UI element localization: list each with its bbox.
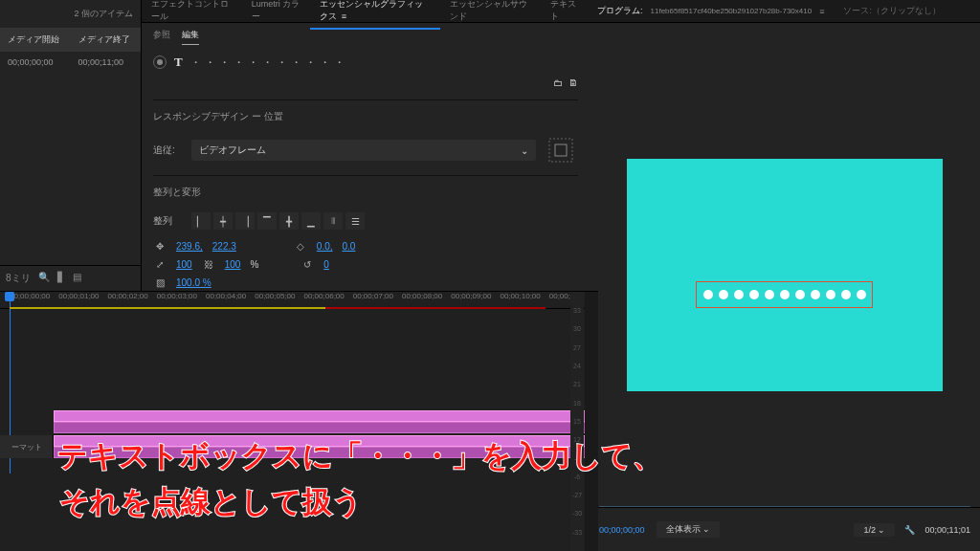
resolution-dropdown[interactable]: 1/2 ⌄ bbox=[854, 523, 895, 537]
audio-meter: 333027 242118 1512-3 -6-27-30 -33 bbox=[570, 292, 584, 551]
rotation-value[interactable]: 0 bbox=[323, 259, 329, 270]
program-monitor-label: プログラム: bbox=[597, 5, 643, 17]
subtab-edit[interactable]: 編集 bbox=[182, 29, 199, 45]
text-layer-icon: T bbox=[174, 55, 183, 70]
align-center-h-icon[interactable]: ┿ bbox=[213, 212, 233, 230]
col-media-end[interactable]: メディア終了 bbox=[71, 28, 142, 52]
time-mark: 00;00;06;00 bbox=[304, 292, 353, 308]
time-mark: 00;00;04;00 bbox=[206, 292, 255, 308]
selected-text-box[interactable] bbox=[696, 281, 873, 308]
program-monitor[interactable] bbox=[590, 23, 980, 499]
pin-to-dropdown[interactable]: ビデオフレーム⌄ bbox=[191, 140, 536, 161]
align-left-icon[interactable]: ▏ bbox=[191, 212, 211, 230]
col-media-start[interactable]: メディア開始 bbox=[0, 28, 71, 52]
source-monitor-label[interactable]: ソース:（クリップなし） bbox=[843, 5, 941, 17]
time-mark: 00;00;03;00 bbox=[157, 292, 206, 308]
cell-end-1[interactable]: 00;00;11;00 bbox=[71, 52, 142, 73]
time-mark: 00;00;00;00 bbox=[10, 292, 58, 308]
new-layer-icon[interactable]: 🗎 bbox=[568, 77, 578, 88]
dot-glyph bbox=[734, 290, 744, 299]
scale-pct-label: % bbox=[250, 259, 258, 270]
chevron-down-icon: ⌄ bbox=[521, 145, 528, 156]
dot-glyph bbox=[811, 290, 820, 299]
zoom-value: 8ミリ bbox=[6, 272, 31, 285]
rotation-icon: ↺ bbox=[301, 259, 314, 270]
folder-icon[interactable]: ▋ bbox=[57, 272, 65, 285]
video-canvas[interactable] bbox=[627, 159, 943, 391]
align-label: 整列 bbox=[153, 214, 184, 228]
program-filename: 11feb65f8517cf40be250b291027b28b-730x410 bbox=[651, 7, 813, 15]
scale-w[interactable]: 100 bbox=[176, 259, 192, 270]
dot-glyph bbox=[703, 290, 713, 299]
link-scale-icon[interactable]: ⛓ bbox=[202, 259, 215, 270]
dot-glyph bbox=[826, 290, 835, 299]
text-layer-name[interactable]: ・・・・・・・・・・・ bbox=[190, 55, 348, 70]
list-view-icon[interactable]: ▤ bbox=[73, 272, 81, 285]
time-mark: 00;00;07;00 bbox=[353, 292, 402, 308]
dot-glyph bbox=[765, 290, 774, 299]
align-top-icon[interactable]: ▔ bbox=[257, 212, 277, 230]
position-y[interactable]: 222.3 bbox=[212, 241, 236, 252]
search-icon[interactable]: 🔍 bbox=[38, 272, 50, 285]
responsive-design-header: レスポンシブデザイン ー 位置 bbox=[153, 104, 578, 129]
position-x[interactable]: 239.6, bbox=[176, 241, 203, 252]
distribute-h-icon[interactable]: ⫴ bbox=[323, 212, 343, 230]
time-mark: 00;00;01;00 bbox=[58, 292, 107, 308]
scale-h[interactable]: 100 bbox=[225, 259, 241, 270]
text-layer-row[interactable]: T ・・・・・・・・・・・ bbox=[153, 51, 578, 74]
time-mark: 00;00;08;00 bbox=[402, 292, 451, 308]
opacity-icon: ▨ bbox=[153, 277, 167, 288]
pin-target-widget[interactable] bbox=[544, 133, 578, 167]
track-header[interactable]: ーマット bbox=[0, 435, 54, 458]
video-clip[interactable] bbox=[54, 422, 598, 433]
pin-to-label: 追従: bbox=[153, 143, 184, 157]
dot-glyph bbox=[780, 290, 790, 299]
dot-glyph bbox=[749, 290, 759, 299]
anchor-icon: ◇ bbox=[294, 241, 307, 252]
time-mark: 00;00;05;00 bbox=[255, 292, 303, 308]
dot-glyph bbox=[795, 290, 805, 299]
anchor-y[interactable]: 0.0 bbox=[343, 241, 356, 252]
panel-menu-icon[interactable]: ≡ bbox=[819, 7, 824, 16]
align-bottom-icon[interactable]: ▁ bbox=[301, 212, 321, 230]
visibility-toggle-icon[interactable] bbox=[153, 55, 167, 69]
align-center-v-icon[interactable]: ╋ bbox=[279, 212, 299, 230]
anchor-x[interactable]: 0.0, bbox=[317, 241, 333, 252]
time-mark: 00;00;02;00 bbox=[108, 292, 157, 308]
video-clip[interactable] bbox=[54, 410, 598, 422]
vertical-scrollbar[interactable] bbox=[585, 292, 598, 551]
dot-glyph bbox=[857, 290, 866, 299]
align-transform-header: 整列と変形 bbox=[153, 180, 578, 205]
timeline-ruler[interactable]: 00;00;00;00 00;00;01;00 00;00;02;00 00;0… bbox=[0, 292, 598, 309]
subtab-browse[interactable]: 参照 bbox=[153, 29, 170, 45]
opacity-value[interactable]: 100.0 % bbox=[176, 277, 212, 288]
position-icon: ✥ bbox=[153, 241, 167, 252]
dot-glyph bbox=[719, 290, 728, 299]
fit-dropdown[interactable]: 全体表示 ⌄ bbox=[657, 521, 721, 538]
annotation-line-1: テキストボックスに「・・・」を入力して、 bbox=[57, 436, 662, 476]
project-item-count: 2 個のアイテム bbox=[0, 0, 141, 28]
program-timecode[interactable]: 00;00;00;00 bbox=[599, 525, 645, 535]
annotation-line-2: それを点線として扱う bbox=[59, 482, 363, 522]
program-out-timecode: 00;00;11;01 bbox=[924, 525, 970, 535]
distribute-v-icon[interactable]: ☰ bbox=[345, 212, 365, 230]
time-mark: 00;00;09;00 bbox=[451, 292, 500, 308]
align-right-icon[interactable]: ▕ bbox=[235, 212, 255, 230]
scale-icon: ⤢ bbox=[153, 259, 167, 270]
wrench-icon[interactable]: 🔧 bbox=[904, 525, 915, 535]
svg-rect-0 bbox=[549, 139, 572, 162]
dot-glyph bbox=[841, 290, 851, 299]
svg-rect-1 bbox=[555, 144, 567, 156]
new-folder-icon[interactable]: 🗀 bbox=[553, 77, 563, 88]
cell-start-1[interactable]: 00;00;00;00 bbox=[0, 52, 71, 73]
time-mark: 00;00;10;00 bbox=[501, 292, 549, 308]
